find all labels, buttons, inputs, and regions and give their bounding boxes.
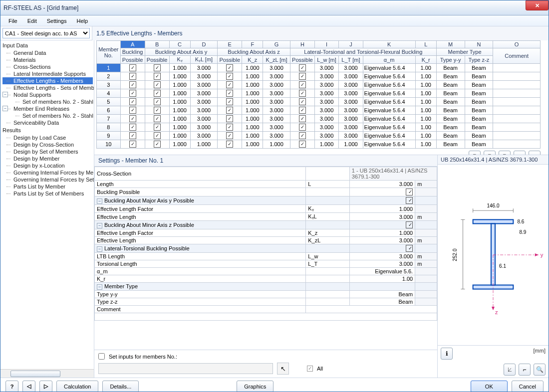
grid-tool-1[interactable]: ⎘	[469, 151, 481, 155]
preview-tool-3[interactable]: 🔍	[534, 364, 546, 376]
preview-tool-2[interactable]: ⌐	[519, 364, 531, 376]
svg-text:6.1: 6.1	[499, 263, 506, 269]
svg-text:y: y	[541, 252, 544, 258]
settings-table[interactable]: Cross-Section1 - UB 250x146x31.4 | AS/NZ…	[94, 167, 437, 321]
toolbar: CA1 - Steel design acc. to AS 1.5 Effect…	[0, 26, 549, 40]
grid-tool-view[interactable]: 👁	[529, 151, 541, 155]
tree-item[interactable]: Lateral Intermediate Supports	[2, 70, 93, 77]
svg-text:z: z	[495, 309, 498, 315]
tree-item[interactable]: Design by Load Case	[2, 134, 93, 141]
sidebar: Input DataGeneral DataMaterialsCross-Sec…	[0, 40, 94, 378]
menu-edit[interactable]: Edit	[23, 17, 41, 25]
menu-settings[interactable]: Settings	[43, 17, 71, 25]
menu-help[interactable]: Help	[72, 17, 92, 25]
svg-rect-2	[491, 223, 495, 285]
preview-unit: [mm]	[534, 348, 546, 360]
preview-title: UB 250x146x31.4 | AS/NZS 3679.1-300	[438, 155, 549, 165]
tree-item[interactable]: −Member End Releases	[2, 105, 93, 112]
close-button[interactable]: ✕	[526, 0, 549, 10]
grid-tool-3[interactable]: ⎘	[499, 151, 511, 155]
set-inputs-field[interactable]	[98, 363, 273, 374]
tree-item[interactable]: Serviceability Data	[2, 119, 93, 126]
tree-item[interactable]: Effective Lengths - Members	[2, 77, 93, 84]
grid-tool-pick[interactable]: ↖	[514, 151, 526, 155]
tree-item[interactable]: Results	[2, 126, 93, 134]
footer: ? ◁ ▷ Calculation Details... Graphics OK…	[0, 378, 549, 392]
window-title: RF-STEEL AS - [Grid frame]	[3, 4, 78, 11]
menu-file[interactable]: File	[4, 17, 21, 25]
tree-item[interactable]: Design by Set of Members	[2, 148, 93, 155]
svg-marker-15	[535, 253, 539, 256]
all-label: All	[317, 366, 323, 372]
tree-item[interactable]: Materials	[2, 56, 93, 63]
tree-item[interactable]: Cross-Sections	[2, 63, 93, 70]
titlebar: RF-STEEL AS - [Grid frame] ✕	[0, 0, 549, 15]
content-title: 1.5 Effective Lengths - Members	[92, 26, 549, 40]
svg-text:146.0: 146.0	[487, 203, 500, 208]
tree-item[interactable]: Design by Cross-Section	[2, 141, 93, 148]
grid-tool-2[interactable]: ⎘	[484, 151, 496, 155]
tree-item[interactable]: Governing Internal Forces by Member	[2, 169, 93, 176]
graphics-button[interactable]: Graphics	[237, 381, 274, 392]
tree-item[interactable]: Parts List by Set of Members	[2, 190, 93, 197]
case-selector[interactable]: CA1 - Steel design acc. to AS	[2, 28, 90, 38]
preview-pane: UB 250x146x31.4 | AS/NZS 3679.1-300 146.…	[438, 155, 549, 378]
pick-members-button[interactable]: ↖	[277, 363, 289, 375]
svg-text:252.0: 252.0	[452, 248, 458, 261]
tree-item[interactable]: Input Data	[2, 41, 93, 49]
sidebar-scrollbar[interactable]	[0, 369, 94, 378]
svg-rect-0	[473, 219, 514, 223]
prev-button[interactable]: ◁	[22, 381, 35, 392]
details-button[interactable]: Details...	[102, 381, 139, 392]
tree-item[interactable]: −Nodal Supports	[2, 91, 93, 98]
info-button[interactable]: ℹ	[441, 348, 453, 360]
tree-item[interactable]: Parts List by Member	[2, 183, 93, 190]
tree-item[interactable]: Design by x-Location	[2, 162, 93, 169]
tree-item[interactable]: Set of members No. 2 - Stahl	[2, 112, 93, 119]
help-button[interactable]: ?	[5, 381, 18, 392]
menubar: File Edit Settings Help	[0, 15, 549, 26]
calculation-button[interactable]: Calculation	[56, 381, 98, 392]
preview-tool-1[interactable]: ⟀	[504, 364, 516, 376]
svg-text:8.9: 8.9	[519, 229, 526, 235]
svg-text:8.6: 8.6	[517, 219, 524, 224]
ok-button[interactable]: OK	[471, 381, 508, 392]
tree-item[interactable]: Set of members No. 2 - Stahl	[2, 98, 93, 105]
tree-item[interactable]: General Data	[2, 49, 93, 56]
cancel-button[interactable]: Cancel	[512, 381, 544, 392]
tree-item[interactable]: Design by Member	[2, 155, 93, 162]
set-inputs-label: Set inputs for members No.:	[109, 354, 177, 360]
next-button[interactable]: ▷	[39, 381, 52, 392]
cross-section-preview: 146.0 252.0 8.6 8.9 6.1 y z	[438, 165, 549, 345]
svg-marker-17	[492, 307, 495, 310]
settings-title: Settings - Member No. 1	[94, 155, 437, 167]
tree-item[interactable]: Effective Lengths - Sets of Members	[2, 84, 93, 91]
tree-item[interactable]: Governing Internal Forces by Set	[2, 176, 93, 183]
members-grid[interactable]: MemberNo.ABCDEFGHIJKLMNOBucklingBuckling…	[96, 40, 541, 149]
set-inputs-check[interactable]	[98, 353, 105, 360]
all-check[interactable]: ✓	[307, 366, 313, 372]
